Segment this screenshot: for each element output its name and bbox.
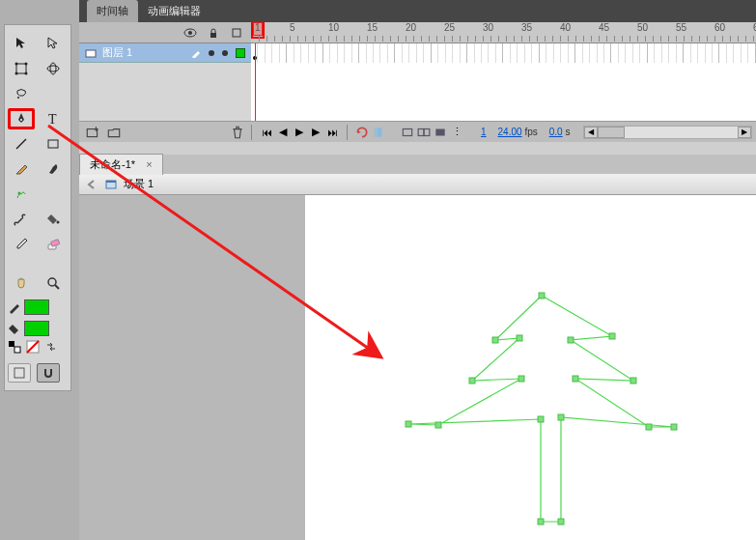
frame-cell[interactable]: [662, 43, 669, 63]
current-frame[interactable]: 1: [481, 127, 487, 137]
frame-cell[interactable]: [511, 43, 518, 63]
bone-tool[interactable]: [8, 209, 35, 230]
loop-btn[interactable]: [355, 126, 369, 139]
fill-color-swatch[interactable]: [24, 321, 49, 336]
frame-cell[interactable]: [561, 43, 568, 63]
scene-name[interactable]: 场景 1: [124, 177, 154, 191]
frame-cell[interactable]: [316, 43, 322, 63]
new-layer-btn[interactable]: [85, 125, 100, 140]
frame-cell[interactable]: [395, 43, 402, 63]
frame-cell[interactable]: [604, 43, 611, 63]
frame-cell[interactable]: [432, 43, 438, 63]
frame-cell[interactable]: [388, 43, 395, 63]
hand-tool[interactable]: [8, 272, 35, 294]
selection-tool[interactable]: [8, 33, 35, 54]
pen-tool[interactable]: [8, 108, 35, 129]
subselect-tool[interactable]: [40, 33, 67, 54]
option-btn-1[interactable]: [8, 363, 31, 383]
frame-cell[interactable]: [352, 43, 359, 63]
frame-cell[interactable]: [532, 43, 539, 63]
3d-rotate-tool[interactable]: [40, 58, 67, 79]
frame-cell[interactable]: [424, 43, 431, 63]
snap-toggle[interactable]: [37, 363, 60, 383]
frame-cell[interactable]: [748, 43, 755, 63]
stage[interactable]: [305, 195, 756, 540]
frame-cell[interactable]: [575, 43, 582, 63]
frame-cell[interactable]: [287, 43, 294, 63]
timeline-scrollbar[interactable]: ◀ ▶: [583, 126, 752, 139]
onion-opt4[interactable]: ⋮: [450, 126, 463, 139]
frame-cell[interactable]: [359, 43, 366, 63]
frame-cell[interactable]: [734, 43, 741, 63]
step-fwd-btn[interactable]: ▶: [309, 126, 322, 139]
no-color[interactable]: [26, 340, 40, 354]
frame-cell[interactable]: [655, 43, 661, 63]
frame-cell[interactable]: [294, 43, 301, 63]
brush-tool[interactable]: [40, 158, 67, 180]
eyedropper-tool[interactable]: [8, 234, 35, 255]
frame-cell[interactable]: [706, 43, 713, 63]
frame-cell[interactable]: [374, 43, 380, 63]
layer-vis-dot[interactable]: [209, 50, 214, 56]
frame-cell[interactable]: [338, 43, 345, 63]
frame-cell[interactable]: [309, 43, 316, 63]
delete-layer-btn[interactable]: [230, 125, 245, 140]
frame-cell[interactable]: [698, 43, 705, 63]
frame-cell[interactable]: [590, 43, 597, 63]
frame-cell[interactable]: [669, 43, 676, 63]
frame-cell[interactable]: [719, 43, 726, 63]
scroll-thumb[interactable]: [598, 127, 625, 138]
layer-outline-sq[interactable]: [236, 48, 245, 58]
frame-cell[interactable]: [518, 43, 524, 63]
frame-cell[interactable]: [554, 43, 561, 63]
onion-opt2[interactable]: [417, 126, 431, 139]
fps-value[interactable]: 24.00: [498, 127, 522, 137]
frame-cell[interactable]: [367, 43, 374, 63]
deco-tool[interactable]: [8, 184, 35, 205]
frame-cell[interactable]: [691, 43, 698, 63]
tree-drawing[interactable]: [305, 195, 749, 540]
frame-cell[interactable]: [677, 43, 684, 63]
frame-cell[interactable]: [496, 43, 503, 63]
frame-cell[interactable]: [633, 43, 640, 63]
frame-cell[interactable]: [482, 43, 489, 63]
frame-cell[interactable]: [330, 43, 337, 63]
frame-cell[interactable]: [583, 43, 590, 63]
step-back-btn[interactable]: ◀: [276, 126, 290, 139]
tab-timeline[interactable]: 时间轴: [87, 0, 138, 22]
frame-cell[interactable]: [648, 43, 655, 63]
layer-row[interactable]: 图层 1: [79, 43, 251, 63]
frame-cell[interactable]: [525, 43, 532, 63]
frame-cell[interactable]: [446, 43, 453, 63]
frame-cell[interactable]: [403, 43, 409, 63]
frame-cell[interactable]: [417, 43, 424, 63]
timeline-ruler[interactable]: 15101520253035404550556065: [251, 22, 756, 43]
text-tool[interactable]: T: [40, 108, 67, 129]
frame-cell[interactable]: [626, 43, 632, 63]
frame-cell[interactable]: [345, 43, 351, 63]
bw-toggle[interactable]: [8, 340, 21, 354]
frames-area[interactable]: [251, 43, 756, 121]
frame-cell[interactable]: [546, 43, 553, 63]
play-btn[interactable]: ▶: [293, 126, 306, 139]
frame-cell[interactable]: [323, 43, 330, 63]
frame-cell[interactable]: [489, 43, 495, 63]
goto-last-btn[interactable]: ⏭: [325, 126, 339, 139]
frame-cell[interactable]: [461, 43, 467, 63]
frame-cell[interactable]: [438, 43, 445, 63]
lasso-tool[interactable]: [8, 83, 35, 104]
lock-icon[interactable]: [207, 26, 220, 40]
eraser-tool[interactable]: [40, 234, 67, 255]
onion-opt3[interactable]: [434, 126, 447, 139]
frame-cell[interactable]: [713, 43, 719, 63]
frame-cell[interactable]: [475, 43, 482, 63]
frame-cell[interactable]: [453, 43, 460, 63]
frame-cell[interactable]: [467, 43, 474, 63]
frame-cell[interactable]: [272, 43, 279, 63]
frame-cell[interactable]: [540, 43, 546, 63]
frame-cell[interactable]: [503, 43, 510, 63]
doc-tab[interactable]: 未命名-1* ×: [79, 154, 163, 175]
layer-lock-dot[interactable]: [222, 50, 228, 56]
frame-cell[interactable]: [640, 43, 647, 63]
onion-btn[interactable]: [372, 126, 385, 139]
